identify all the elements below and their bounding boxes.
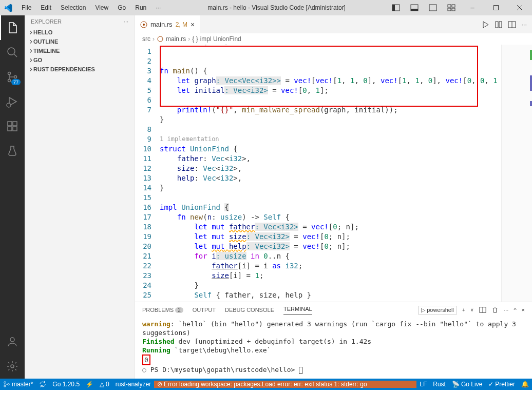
rust-file-icon bbox=[140, 21, 147, 28]
status-language[interactable]: Rust bbox=[430, 381, 449, 388]
activity-testing[interactable] bbox=[0, 139, 25, 163]
minimap[interactable] bbox=[501, 45, 532, 302]
terminal-maximize-icon[interactable]: ^ bbox=[514, 307, 516, 313]
diff-icon[interactable] bbox=[495, 21, 503, 29]
run-icon[interactable] bbox=[481, 21, 489, 29]
split-icon[interactable] bbox=[508, 21, 516, 29]
rust-file-icon bbox=[157, 35, 164, 43]
menu-selection[interactable]: Selection bbox=[56, 2, 90, 13]
svg-rect-19 bbox=[8, 122, 12, 126]
sidebar-more-icon[interactable]: ··· bbox=[124, 18, 128, 25]
scm-badge: 77 bbox=[11, 79, 21, 85]
window-maximize[interactable] bbox=[486, 0, 506, 15]
svg-point-32 bbox=[158, 36, 163, 42]
svg-point-15 bbox=[8, 80, 11, 82]
svg-rect-6 bbox=[452, 5, 455, 7]
svg-rect-1 bbox=[392, 5, 395, 11]
terminal-prompt: PS D:\mysetup\gopath\rustcode\hello> bbox=[150, 366, 299, 373]
svg-rect-3 bbox=[411, 9, 418, 11]
svg-point-18 bbox=[7, 103, 11, 107]
svg-rect-20 bbox=[8, 127, 12, 131]
breadcrumb[interactable]: src› main.rs› { } impl UnionFind bbox=[135, 33, 532, 45]
svg-point-36 bbox=[4, 385, 6, 387]
sidebar-title: EXPLORER bbox=[31, 18, 62, 25]
activity-debug[interactable] bbox=[0, 89, 25, 114]
terminal-close-icon[interactable]: × bbox=[522, 307, 525, 313]
highlight-main-fn bbox=[160, 46, 478, 107]
tab-main-rs[interactable]: main.rs 2, M × bbox=[135, 15, 200, 33]
section-outline[interactable]: ⌵OUTLINE bbox=[25, 37, 135, 46]
status-bar: master* Go 1.20.5 ⚡ △ 0 rust-analyzer ⊘ … bbox=[0, 379, 532, 390]
section-rust-deps[interactable]: ⌵RUST DEPENDENCIES bbox=[25, 65, 135, 74]
code-content[interactable]: Run | Debugfn main() { let graph: Vec<Ve… bbox=[160, 45, 501, 302]
titlebar: File Edit Selection View Go Run ··· main… bbox=[0, 0, 532, 15]
more-icon[interactable]: ··· bbox=[521, 21, 527, 28]
menu-more[interactable]: ··· bbox=[151, 2, 165, 13]
section-hello[interactable]: ⌵HELLO bbox=[25, 28, 135, 37]
svg-point-35 bbox=[4, 382, 6, 384]
panel-tab-problems[interactable]: PROBLEMS 2 bbox=[142, 307, 183, 313]
panel-tab-debug[interactable]: DEBUG CONSOLE bbox=[225, 307, 274, 313]
menu-file[interactable]: File bbox=[17, 2, 35, 13]
activity-scm[interactable]: 77 bbox=[0, 65, 25, 89]
status-go-version[interactable]: Go 1.20.5 bbox=[49, 381, 83, 388]
svg-marker-27 bbox=[483, 22, 488, 28]
status-notif[interactable]: △ 0 bbox=[97, 381, 112, 388]
activity-search[interactable] bbox=[0, 40, 25, 65]
svg-rect-29 bbox=[499, 22, 502, 28]
layout-primary-icon[interactable] bbox=[388, 0, 404, 15]
activity-account[interactable] bbox=[0, 329, 25, 354]
status-bell-icon[interactable]: 🔔 bbox=[518, 381, 532, 388]
editor-area: main.rs 2, M × ··· src› main.rs› { } imp… bbox=[135, 15, 532, 379]
status-lineending[interactable]: LF bbox=[416, 381, 430, 388]
window-close[interactable] bbox=[509, 0, 530, 15]
terminal-split-icon[interactable] bbox=[479, 306, 486, 313]
svg-point-24 bbox=[11, 365, 14, 368]
panel-tab-terminal[interactable]: TERMINAL bbox=[283, 306, 312, 314]
status-golive[interactable]: 📡 Go Live bbox=[449, 381, 485, 388]
vscode-logo-icon bbox=[4, 4, 12, 12]
code-lens-impl[interactable]: 1 implementation bbox=[160, 134, 501, 144]
program-output: 0 bbox=[142, 354, 150, 365]
activity-bar: 77 bbox=[0, 15, 25, 379]
section-timeline[interactable]: ⌵TIMELINE bbox=[25, 46, 135, 55]
terminal-new-icon[interactable]: + bbox=[462, 307, 465, 313]
svg-rect-28 bbox=[496, 22, 498, 28]
menu-run[interactable]: Run bbox=[131, 2, 150, 13]
menu-view[interactable]: View bbox=[91, 2, 112, 13]
code-lens-run[interactable]: Run | Debug bbox=[191, 45, 228, 47]
menubar: File Edit Selection View Go Run ··· bbox=[0, 2, 165, 13]
status-prettier[interactable]: ✓ Prettier bbox=[485, 381, 518, 388]
tab-close-icon[interactable]: × bbox=[191, 21, 195, 29]
panel-tab-output[interactable]: OUTPUT bbox=[193, 307, 216, 313]
layout-secondary-icon[interactable] bbox=[425, 0, 441, 15]
svg-rect-9 bbox=[494, 6, 499, 10]
activity-settings[interactable] bbox=[0, 354, 25, 379]
section-go[interactable]: ⌵GO bbox=[25, 55, 135, 65]
status-rust-analyzer[interactable]: rust-analyzer bbox=[112, 381, 154, 388]
status-error-msg[interactable]: ⊘ Error loading workspace: packages.Load… bbox=[154, 381, 416, 388]
tab-bar: main.rs 2, M × ··· bbox=[135, 15, 532, 33]
line-numbers: 1234567 89101112131415161718192021222324… bbox=[135, 45, 160, 302]
window-minimize[interactable]: ─ bbox=[462, 0, 483, 15]
activity-extensions[interactable] bbox=[0, 114, 25, 139]
status-branch[interactable]: master* bbox=[0, 381, 36, 388]
terminal-more-icon[interactable]: ··· bbox=[504, 307, 508, 313]
terminal-shell-select[interactable]: ▷powershell bbox=[418, 306, 457, 314]
bottom-panel: PROBLEMS 2 OUTPUT DEBUG CONSOLE TERMINAL… bbox=[135, 302, 532, 379]
status-sync[interactable] bbox=[36, 381, 49, 388]
terminal-content[interactable]: warning: `hello` (bin "hello") generated… bbox=[135, 318, 532, 379]
code-editor[interactable]: 1234567 89101112131415161718192021222324… bbox=[135, 45, 532, 302]
explorer-sidebar: EXPLORER ··· ⌵HELLO ⌵OUTLINE ⌵TIMELINE ⌵… bbox=[25, 15, 135, 379]
svg-rect-4 bbox=[429, 5, 436, 11]
activity-explorer[interactable] bbox=[0, 15, 25, 40]
terminal-trash-icon[interactable] bbox=[491, 306, 499, 313]
menu-edit[interactable]: Edit bbox=[36, 2, 55, 13]
layout-panel-icon[interactable] bbox=[407, 0, 422, 15]
status-lightning[interactable]: ⚡ bbox=[83, 381, 97, 388]
svg-point-12 bbox=[8, 48, 15, 55]
svg-line-13 bbox=[14, 54, 17, 57]
window-title: main.rs - hello - Visual Studio Code [Ad… bbox=[165, 4, 388, 11]
menu-go[interactable]: Go bbox=[113, 2, 130, 13]
layout-customize-icon[interactable] bbox=[444, 0, 459, 15]
